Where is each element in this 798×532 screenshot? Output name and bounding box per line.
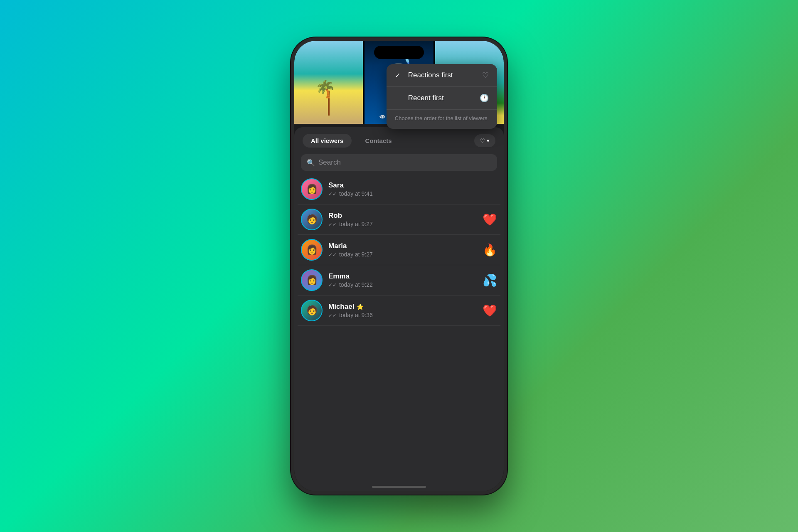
reactions-first-label: Reactions first (408, 71, 453, 79)
tab-contacts[interactable]: Contacts (357, 134, 400, 148)
sort-tooltip: Choose the order for the list of viewers… (387, 109, 497, 129)
viewer-time: ✓✓ today at 9:22 (328, 281, 477, 288)
star-badge-icon: ⭐ (357, 303, 364, 310)
viewer-time: ✓✓ today at 9:27 (328, 251, 477, 258)
clock-icon: 🕐 (480, 94, 489, 103)
name-text: Maria (328, 242, 347, 250)
media-thumb-beach (294, 41, 363, 124)
view-icon: 👁 (379, 114, 385, 121)
reactions-first-option[interactable]: ✓ Reactions first ♡ (387, 64, 497, 87)
chevron-down-icon: ▾ (487, 138, 490, 144)
phone-frame: 👁 346 🤍 48 All viewers Cont (291, 37, 507, 495)
sort-button[interactable]: ♡ ▾ (474, 134, 495, 147)
avatar: 🧑 (301, 209, 323, 230)
viewer-name: Emma (328, 272, 477, 281)
viewer-time: ✓✓ today at 9:27 (328, 221, 477, 227)
heart-outline-icon: ♡ (482, 71, 489, 80)
viewer-info: Rob ✓✓ today at 9:27 (328, 212, 477, 227)
viewer-name: Michael ⭐ (328, 303, 477, 311)
list-item[interactable]: 🧑 Michael ⭐ ✓✓ today at 9:36 ❤️ (298, 296, 500, 326)
list-item[interactable]: 👩 Emma ✓✓ today at 9:22 💦 (298, 265, 500, 296)
tab-all-viewers[interactable]: All viewers (303, 134, 352, 148)
recent-first-option[interactable]: Recent first 🕐 (387, 87, 497, 109)
name-text: Rob (328, 212, 342, 220)
search-placeholder: Search (318, 158, 341, 167)
avatar: 👩 (301, 269, 323, 291)
viewers-list: 👩 Sara ✓✓ today at 9:41 (294, 174, 504, 491)
home-indicator (372, 486, 426, 488)
name-text: Sara (328, 181, 344, 190)
avatar: 👩 (301, 178, 323, 200)
list-item[interactable]: 👩 Sara ✓✓ today at 9:41 (298, 174, 500, 204)
read-receipt-icon: ✓✓ (328, 282, 337, 288)
viewer-name: Rob (328, 212, 477, 220)
read-receipt-icon: ✓✓ (328, 252, 337, 258)
dynamic-island (374, 46, 424, 59)
read-receipt-icon: ✓✓ (328, 191, 337, 197)
checkmark-icon: ✓ (395, 71, 403, 79)
viewer-info: Sara ✓✓ today at 9:41 (328, 181, 497, 197)
search-icon: 🔍 (307, 159, 315, 167)
reaction-emoji: ❤️ (483, 304, 497, 318)
viewer-info: Maria ✓✓ today at 9:27 (328, 242, 477, 258)
viewer-name: Sara (328, 181, 497, 190)
tab-bar: All viewers Contacts ♡ ▾ (294, 127, 504, 154)
search-bar[interactable]: 🔍 Search (301, 154, 497, 171)
viewer-time: ✓✓ today at 9:41 (328, 190, 497, 197)
read-receipt-icon: ✓✓ (328, 313, 337, 318)
list-item[interactable]: 🧑 Rob ✓✓ today at 9:27 ❤️ (298, 204, 500, 235)
read-receipt-icon: ✓✓ (328, 222, 337, 227)
heart-icon: ♡ (480, 138, 485, 144)
reaction-emoji: 🔥 (483, 243, 497, 257)
avatar: 👩 (301, 239, 323, 261)
reaction-emoji: ❤️ (483, 213, 497, 227)
viewers-panel: All viewers Contacts ♡ ▾ 🔍 Search (294, 127, 504, 491)
recent-first-label: Recent first (408, 94, 444, 102)
viewer-info: Michael ⭐ ✓✓ today at 9:36 (328, 303, 477, 318)
avatar: 🧑 (301, 300, 323, 321)
name-text: Michael (328, 303, 354, 311)
list-item[interactable]: 👩 Maria ✓✓ today at 9:27 🔥 (298, 235, 500, 265)
viewer-time: ✓✓ today at 9:36 (328, 312, 477, 318)
sort-dropdown-menu: ✓ Reactions first ♡ Recent first 🕐 Choos… (387, 64, 497, 129)
tooltip-text: Choose the order for the list of viewers… (395, 115, 489, 121)
phone-screen: 👁 346 🤍 48 All viewers Cont (294, 41, 504, 491)
phone-wrapper: 👁 346 🤍 48 All viewers Cont (291, 37, 507, 495)
name-text: Emma (328, 272, 350, 281)
reaction-emoji: 💦 (483, 273, 497, 287)
viewer-name: Maria (328, 242, 477, 250)
viewer-info: Emma ✓✓ today at 9:22 (328, 272, 477, 288)
